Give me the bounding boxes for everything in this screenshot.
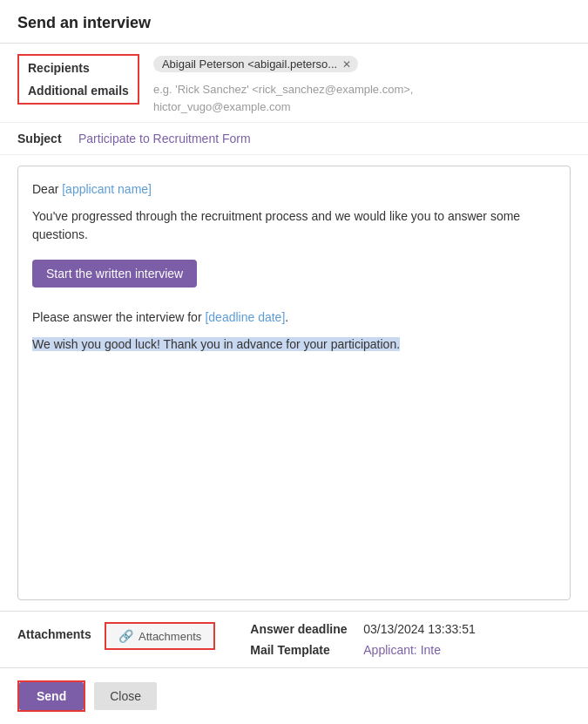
mail-template-value[interactable]: Applicant: Inte	[363, 643, 441, 657]
remove-recipient-icon[interactable]: ✕	[342, 58, 351, 71]
paragraph3-text: We wish you good luck! Thank you in adva…	[32, 337, 400, 351]
paragraph2-suffix: .	[285, 310, 288, 324]
answer-deadline-label: Answer deadline	[250, 622, 363, 636]
email-paragraph2: Please answer the interview for [deadlin…	[32, 308, 556, 327]
recipient-tag[interactable]: Abigail Peterson <abigail.peterso... ✕	[153, 56, 358, 72]
paragraph1-text: You've progressed through the recruitmen…	[32, 209, 520, 241]
page-title: Send an interview	[17, 14, 571, 32]
send-button[interactable]: Send	[19, 682, 84, 710]
subject-label: Subject	[17, 132, 78, 145]
email-dear-line: Dear [applicant name]	[32, 180, 556, 199]
start-interview-button[interactable]: Start the written interview	[32, 260, 197, 288]
email-body-area[interactable]: Dear [applicant name] You've progressed …	[17, 166, 571, 600]
close-button[interactable]: Close	[94, 682, 157, 710]
subject-row: Subject Participate to Recruitment Form	[0, 123, 588, 155]
email-paragraph1: You've progressed through the recruitmen…	[32, 207, 556, 244]
meta-section: Answer deadline 03/13/2024 13:33:51 Mail…	[250, 622, 571, 657]
recipients-label: Recipients	[28, 61, 129, 75]
attachments-button[interactable]: 🔗 Attachments	[106, 624, 213, 648]
deadline-date-placeholder: [deadline date]	[205, 310, 285, 324]
mail-template-row: Mail Template Applicant: Inte	[250, 643, 571, 657]
additional-emails-input[interactable]: e.g. 'Rick Sanchez' <rick_sanchez@exampl…	[153, 81, 571, 115]
attachments-section: Attachments 🔗 Attachments Answer deadlin…	[0, 611, 588, 667]
dear-text: Dear	[32, 182, 62, 196]
applicant-name-placeholder: [applicant name]	[62, 182, 152, 196]
answer-deadline-value: 03/13/2024 13:33:51	[363, 622, 475, 636]
mail-template-label: Mail Template	[250, 643, 363, 657]
send-button-wrapper[interactable]: Send	[17, 680, 85, 712]
additional-emails-label: Additional emails	[28, 84, 129, 98]
attachments-label: Attachments	[17, 622, 105, 641]
footer-section: Send Close	[0, 667, 588, 724]
paperclip-icon: 🔗	[118, 629, 133, 643]
recipient-tag-text: Abigail Peterson <abigail.peterso...	[162, 58, 337, 71]
subject-value: Participate to Recruitment Form	[78, 132, 251, 145]
placeholder-line2: hictor_vugo@example.com	[153, 98, 571, 116]
paragraph2-prefix: Please answer the interview for	[32, 310, 205, 324]
attachments-button-label: Attachments	[139, 630, 201, 643]
attachments-button-wrapper[interactable]: 🔗 Attachments	[105, 622, 215, 650]
answer-deadline-row: Answer deadline 03/13/2024 13:33:51	[250, 622, 571, 636]
placeholder-line1: e.g. 'Rick Sanchez' <rick_sanchez@exampl…	[153, 81, 571, 98]
email-paragraph3: We wish you good luck! Thank you in adva…	[32, 335, 556, 354]
